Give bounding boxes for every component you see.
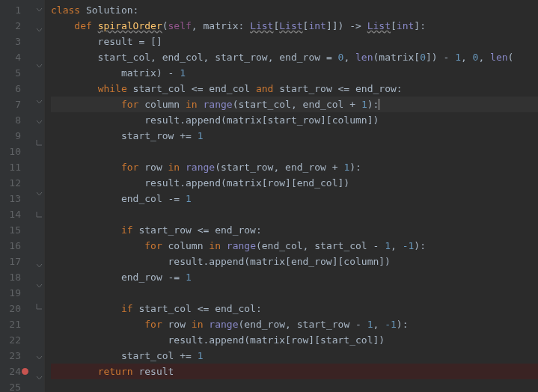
fold-marker[interactable]: [34, 211, 44, 227]
code-token: range: [209, 319, 238, 330]
fold-marker[interactable]: [34, 191, 44, 206]
code-line[interactable]: if start_col <= end_col:: [51, 301, 538, 316]
fold-down-icon[interactable]: [36, 7, 43, 13]
line-number[interactable]: 25: [0, 379, 34, 392]
code-line[interactable]: while start_col <= end_col and start_row…: [51, 81, 538, 97]
line-number[interactable]: 23: [0, 348, 34, 364]
line-number[interactable]: 8: [0, 112, 34, 128]
code-line[interactable]: for column in range(end_col, start_col -…: [51, 238, 538, 254]
code-line[interactable]: def spiralOrder(self, matrix: List[List[…: [51, 18, 538, 34]
code-line[interactable]: [51, 285, 538, 301]
code-token: (start_col: [233, 99, 291, 110]
code-line[interactable]: [51, 379, 538, 392]
fold-down-icon[interactable]: [36, 99, 43, 105]
code-token: [51, 83, 98, 94]
fold-down-icon[interactable]: [36, 63, 43, 70]
code-line[interactable]: start_col, end_col, start_row, end_row =…: [51, 49, 538, 65]
code-token: end_row =: [279, 52, 337, 63]
fold-marker[interactable]: [34, 319, 44, 334]
fold-end-icon[interactable]: [36, 303, 43, 310]
code-line[interactable]: result.append(matrix[row][end_col]): [51, 175, 538, 191]
line-number[interactable]: 6: [0, 81, 34, 97]
code-line[interactable]: for column in range(start_col, end_col +…: [51, 97, 538, 112]
line-number[interactable]: 3: [0, 34, 34, 49]
code-line[interactable]: [51, 144, 538, 159]
line-number[interactable]: 13: [0, 191, 34, 206]
line-number[interactable]: 14: [0, 206, 34, 222]
code-line[interactable]: result.append(matrix[start_row][column]): [51, 112, 538, 128]
code-editor[interactable]: 1234567891011121314151617181920212223242…: [0, 0, 538, 392]
line-number[interactable]: 22: [0, 332, 34, 348]
code-line[interactable]: start_row += 1: [51, 128, 538, 144]
fold-marker[interactable]: [34, 155, 44, 171]
fold-marker[interactable]: [34, 283, 44, 298]
line-number[interactable]: 12: [0, 175, 34, 191]
line-number[interactable]: 20: [0, 301, 34, 316]
code-line[interactable]: end_row -= 1: [51, 269, 538, 285]
fold-marker[interactable]: [34, 263, 44, 278]
code-line[interactable]: end_col -= 1: [51, 191, 538, 206]
code-line[interactable]: matrix) - 1: [51, 65, 538, 81]
code-token: ,: [268, 52, 280, 63]
fold-down-icon[interactable]: [36, 355, 43, 361]
fold-marker[interactable]: [34, 375, 44, 391]
line-number[interactable]: 16: [0, 238, 34, 254]
line-number[interactable]: 7: [0, 97, 34, 112]
code-line[interactable]: result.append(matrix[row][start_col]): [51, 332, 538, 348]
fold-marker[interactable]: [34, 43, 44, 58]
fold-marker[interactable]: [34, 355, 44, 370]
line-number[interactable]: 10: [0, 144, 34, 159]
code-token: in: [186, 99, 203, 110]
code-line[interactable]: class Solution:: [51, 2, 538, 18]
fold-marker[interactable]: [34, 242, 44, 258]
code-token: Solution:: [86, 4, 138, 16]
line-number[interactable]: 24: [0, 364, 34, 379]
fold-marker[interactable]: [34, 27, 44, 43]
fold-down-icon[interactable]: [36, 283, 43, 290]
fold-marker[interactable]: [34, 99, 44, 114]
line-number[interactable]: 9: [0, 128, 34, 144]
line-number[interactable]: 2: [0, 18, 34, 34]
fold-end-icon[interactable]: [36, 211, 43, 218]
fold-marker[interactable]: [34, 334, 44, 350]
line-number[interactable]: 17: [0, 254, 34, 269]
code-token: 1: [198, 130, 204, 141]
line-number[interactable]: 15: [0, 222, 34, 238]
code-line[interactable]: for row in range(start_row, end_row + 1)…: [51, 159, 538, 175]
code-line[interactable]: [51, 206, 538, 222]
code-token: [51, 303, 121, 314]
code-area[interactable]: class Solution: def spiralOrder(self, ma…: [45, 0, 538, 392]
fold-marker[interactable]: [34, 63, 44, 79]
line-number[interactable]: 5: [0, 65, 34, 81]
code-token: (matrix[: [373, 52, 421, 63]
line-number-gutter[interactable]: 1234567891011121314151617181920212223242…: [0, 0, 34, 392]
line-number[interactable]: 18: [0, 269, 34, 285]
line-number[interactable]: 19: [0, 285, 34, 301]
code-token: start_row +=: [51, 130, 198, 141]
fold-marker[interactable]: [34, 303, 44, 319]
code-line[interactable]: start_col += 1: [51, 348, 538, 364]
fold-marker[interactable]: [34, 227, 44, 242]
fold-marker[interactable]: [34, 139, 44, 155]
code-token: and: [256, 83, 279, 94]
code-line[interactable]: result.append(matrix[end_row][column]): [51, 254, 538, 269]
fold-marker[interactable]: [34, 79, 44, 94]
fold-down-icon[interactable]: [36, 375, 43, 382]
fold-marker[interactable]: [34, 7, 44, 22]
fold-down-icon[interactable]: [36, 27, 43, 34]
code-line[interactable]: return result: [51, 364, 538, 379]
fold-down-icon[interactable]: [36, 263, 43, 269]
line-number[interactable]: 4: [0, 49, 34, 65]
line-number[interactable]: 1: [0, 2, 34, 18]
fold-gutter[interactable]: [34, 0, 45, 392]
fold-marker[interactable]: [34, 171, 44, 186]
fold-marker[interactable]: [34, 119, 44, 135]
code-line[interactable]: for row in range(end_row, start_row - 1,…: [51, 316, 538, 332]
code-line[interactable]: if start_row <= end_row:: [51, 222, 538, 238]
fold-down-icon[interactable]: [36, 191, 43, 197]
line-number[interactable]: 11: [0, 159, 34, 175]
line-number[interactable]: 21: [0, 316, 34, 332]
fold-down-icon[interactable]: [36, 119, 43, 126]
code-line[interactable]: result = []: [51, 34, 538, 49]
fold-end-icon[interactable]: [36, 139, 43, 146]
